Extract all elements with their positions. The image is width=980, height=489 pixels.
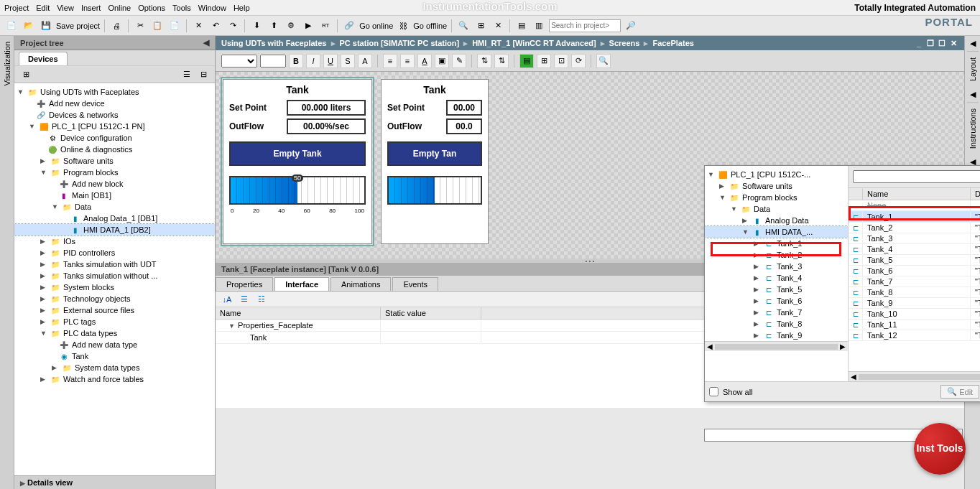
font-size-input[interactable] xyxy=(260,55,286,67)
save-project-label[interactable]: Save project xyxy=(56,22,100,30)
paste-icon[interactable]: 📄 xyxy=(167,19,182,33)
list2-icon[interactable]: ☷ xyxy=(254,292,269,307)
menu-tools[interactable]: Tools xyxy=(172,4,191,12)
simulate-icon[interactable]: ▶ xyxy=(301,19,315,33)
crumb[interactable]: FacePlates xyxy=(652,39,693,47)
tree-item[interactable]: PLC tags xyxy=(63,317,96,326)
redo-icon[interactable]: ↷ xyxy=(226,19,240,33)
menu-insert[interactable]: Insert xyxy=(81,4,101,12)
split-h-icon[interactable]: ▤ xyxy=(514,19,529,33)
menu-project[interactable]: Project xyxy=(4,4,29,12)
tab-properties[interactable]: Properties xyxy=(216,277,273,291)
align-left-icon[interactable]: ≡ xyxy=(383,54,397,68)
align-obj-icon[interactable]: ▤ xyxy=(519,54,534,68)
faceplate-tank-2[interactable]: Tank Set Point00.00 OutFlow00.0 Empty Ta… xyxy=(381,79,489,244)
list-icon[interactable]: ☰ xyxy=(237,292,251,307)
popup-search-input[interactable] xyxy=(853,170,980,183)
tree-hmi-data[interactable]: HMI DATA_1 [DB2] xyxy=(83,225,151,234)
crumb[interactable]: Screens xyxy=(609,39,640,47)
distribute-icon[interactable]: ⊞ xyxy=(537,54,551,68)
menu-view[interactable]: View xyxy=(57,4,74,12)
italic-icon[interactable]: I xyxy=(306,54,320,68)
strike-icon[interactable]: S xyxy=(341,54,355,68)
tab-events[interactable]: Events xyxy=(392,277,438,291)
show-all-checkbox[interactable] xyxy=(709,387,718,396)
tab-animations[interactable]: Animations xyxy=(330,277,391,291)
fill-color-icon[interactable]: ▣ xyxy=(435,54,449,68)
diag-icon[interactable]: 🔍 xyxy=(456,19,471,33)
popup-col-type[interactable]: Data type xyxy=(971,188,980,200)
setpoint-value[interactable]: 00.000 liters xyxy=(287,100,366,116)
left-side-tab[interactable]: Visualization xyxy=(0,36,14,489)
tree-item[interactable]: Tanks simulation with UDT xyxy=(63,260,157,269)
popup-tree[interactable]: ▼🟧PLC_1 [CPU 1512C-... ▶📁Software units … xyxy=(705,166,849,381)
upload-icon[interactable]: ⬆ xyxy=(267,19,281,33)
popup-plc-root[interactable]: PLC_1 [CPU 1512C-... xyxy=(731,170,810,179)
tree-item[interactable]: Tank xyxy=(72,352,88,360)
tree-item[interactable]: Watch and force tables xyxy=(63,375,144,383)
expand-right-icon[interactable]: ◀ xyxy=(967,36,979,51)
tree-item[interactable]: Data xyxy=(75,202,91,211)
bold-icon[interactable]: B xyxy=(289,54,303,68)
outflow-value[interactable]: 00.00%/sec xyxy=(287,118,366,134)
restore-icon[interactable]: ❐ xyxy=(925,38,935,48)
split-v-icon[interactable]: ▥ xyxy=(532,19,546,33)
expand-right-icon[interactable]: ◀ xyxy=(967,87,979,102)
undo-icon[interactable]: ↶ xyxy=(208,19,223,33)
sort-icon[interactable]: ↓A xyxy=(220,292,234,307)
maximize-icon[interactable]: ☐ xyxy=(937,38,947,48)
tree-item[interactable]: Online & diagnostics xyxy=(60,145,132,154)
underline-icon[interactable]: U xyxy=(323,54,338,68)
menu-options[interactable]: Options xyxy=(138,4,165,12)
tree-root[interactable]: Using UDTs with Faceplates xyxy=(40,88,139,96)
collapse-icon[interactable]: ◀ xyxy=(203,38,209,47)
search-icon[interactable]: 🔎 xyxy=(624,19,638,33)
empty-tank-button[interactable]: Empty Tank xyxy=(229,141,366,166)
print-icon[interactable]: 🖨 xyxy=(109,19,124,33)
font-color-icon[interactable]: A xyxy=(358,54,372,68)
vtab-instructions[interactable]: Instructions xyxy=(967,102,979,154)
go-online-icon[interactable]: 🔗 xyxy=(342,19,356,33)
row-tank[interactable]: Tank xyxy=(250,333,267,342)
save-icon[interactable]: 💾 xyxy=(39,19,53,33)
tree-plc[interactable]: PLC_1 [CPU 1512C-1 PN] xyxy=(52,122,145,131)
tree-item[interactable]: Analog Data_1 [DB1] xyxy=(83,214,157,223)
text-color-icon[interactable]: A xyxy=(417,54,432,68)
popup-tank-1[interactable]: Tank_1 xyxy=(863,212,971,222)
zoom-icon[interactable]: 🔍 xyxy=(596,54,611,68)
fp-scale[interactable]: 50 xyxy=(229,176,366,205)
crumb[interactable]: Using UDTs with Faceplates xyxy=(221,39,327,47)
popup-hmi-data[interactable]: HMI DATA_... xyxy=(765,228,813,236)
minimize-icon[interactable]: _ xyxy=(914,38,924,48)
col-name[interactable]: Name xyxy=(216,307,381,319)
tree-expand-icon[interactable]: ⊞ xyxy=(19,67,33,81)
download-icon[interactable]: ⬇ xyxy=(249,19,264,33)
details-view-header[interactable]: ▶Details view xyxy=(14,475,215,489)
tab-devices[interactable]: Devices xyxy=(19,52,68,65)
cross-ref-icon[interactable]: ⊞ xyxy=(473,19,488,33)
popup-list[interactable]: None ⊏Tank_1"Tank"▦ ⊏Tank_2"Tank" ⊏Tank_… xyxy=(849,200,980,371)
col-static[interactable]: Static value xyxy=(381,307,481,319)
row-props[interactable]: Properties_Faceplate xyxy=(238,321,313,330)
tree-view2-icon[interactable]: ⊟ xyxy=(196,67,211,81)
rotate-icon[interactable]: ⟳ xyxy=(571,54,586,68)
tree-item[interactable]: Add new device xyxy=(49,99,105,108)
tree-item[interactable]: Program blocks xyxy=(63,168,118,177)
tab-interface[interactable]: Interface xyxy=(274,277,329,291)
compile-icon[interactable]: ⚙ xyxy=(284,19,298,33)
close-icon[interactable]: ✕ xyxy=(948,38,958,48)
tree-item[interactable]: Add new block xyxy=(72,180,124,188)
tree-item[interactable]: Devices & networks xyxy=(49,111,119,119)
faceplate-tank-1[interactable]: Tank Set Point00.000 liters OutFlow00.00… xyxy=(223,79,372,244)
tree-item[interactable]: Software units xyxy=(63,157,114,165)
tree-item[interactable]: Main [OB1] xyxy=(72,191,111,200)
cut-icon[interactable]: ✂ xyxy=(133,19,147,33)
go-offline-icon[interactable]: ⛓ xyxy=(396,19,410,33)
tree-item[interactable]: IOs xyxy=(63,237,75,246)
popup-col-name[interactable]: Name xyxy=(863,188,971,200)
arrange2-icon[interactable]: ⇅ xyxy=(494,54,509,68)
tree-item[interactable]: System data types xyxy=(75,363,140,372)
menu-window[interactable]: Window xyxy=(198,4,226,12)
edit-button[interactable]: 🔍 Edit xyxy=(940,385,979,399)
align-center-icon[interactable]: ≡ xyxy=(400,54,415,68)
